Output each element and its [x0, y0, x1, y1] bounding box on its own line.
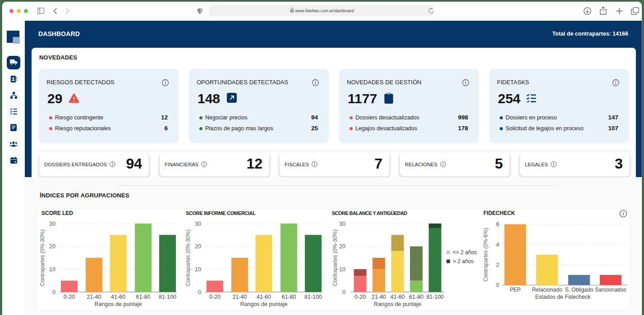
svg-text:81-100: 81-100 [159, 294, 176, 300]
svg-text:20: 20 [339, 243, 345, 250]
svg-text:> 2 años: > 2 años [453, 258, 474, 265]
svg-text:Rangos de puntaje: Rangos de puntaje [374, 301, 421, 307]
svg-text:21-40: 21-40 [233, 294, 247, 300]
svg-text:61-80: 61-80 [282, 294, 296, 300]
svg-text:41-60: 41-60 [111, 294, 125, 300]
svg-text:Contrapartes (0%-30%): Contrapartes (0%-30%) [39, 229, 46, 286]
svg-text:0-20: 0-20 [64, 294, 75, 300]
svg-text:21-40: 21-40 [87, 294, 101, 300]
svg-text:0-20: 0-20 [209, 294, 221, 300]
svg-text:30: 30 [49, 221, 55, 227]
svg-text:21-40: 21-40 [372, 294, 386, 300]
svg-text:PEP: PEP [510, 287, 520, 293]
svg-text:30: 30 [195, 221, 201, 227]
svg-text:61-80: 61-80 [136, 294, 151, 300]
svg-text:S. Obligado: S. Obligado [565, 287, 593, 293]
svg-text:10: 10 [339, 266, 345, 273]
svg-text:10: 10 [195, 266, 201, 273]
svg-text:61-80: 61-80 [409, 294, 423, 300]
svg-text:4: 4 [496, 242, 499, 248]
svg-text:Contrapartes (0%-6%): Contrapartes (0%-6%) [483, 228, 489, 281]
svg-text:Contrapartes (0%-30%): Contrapartes (0%-30%) [332, 229, 338, 286]
svg-text:0: 0 [52, 289, 55, 296]
svg-text:Rangos de puntaje: Rangos de puntaje [240, 301, 288, 307]
svg-text:SCORE BALANCE Y ANTIGÜEDAD: SCORE BALANCE Y ANTIGÜEDAD [332, 210, 407, 216]
svg-text:20: 20 [195, 243, 201, 250]
svg-text:Estados de Fidecheck: Estados de Fidecheck [535, 294, 591, 300]
svg-text:81-100: 81-100 [426, 294, 444, 300]
svg-text:10: 10 [49, 266, 55, 273]
svg-text:Rangos de puntaje: Rangos de puntaje [95, 301, 142, 307]
svg-text:81-100: 81-100 [304, 294, 322, 300]
svg-text:Sancionados: Sancionados [595, 287, 626, 293]
svg-text:30: 30 [339, 221, 345, 227]
svg-text:Contrapartes (0%-30%): Contrapartes (0%-30%) [185, 229, 191, 286]
svg-text:41-60: 41-60 [391, 294, 405, 300]
svg-text:SCORE LED: SCORE LED [41, 210, 73, 216]
svg-text:<= 2 años: <= 2 años [453, 249, 477, 256]
svg-text:FIDECHECK: FIDECHECK [483, 210, 515, 216]
svg-text:0: 0 [496, 282, 499, 288]
svg-text:0: 0 [198, 289, 201, 296]
svg-text:2: 2 [496, 262, 499, 268]
svg-text:0: 0 [342, 289, 345, 296]
svg-text:20: 20 [49, 243, 55, 250]
svg-text:SCORE INFORME COMERCIAL: SCORE INFORME COMERCIAL [186, 210, 256, 216]
svg-text:6: 6 [496, 221, 499, 228]
svg-text:41-60: 41-60 [257, 294, 271, 300]
svg-text:Relacionado: Relacionado [532, 287, 562, 293]
svg-text:0-20: 0-20 [354, 294, 366, 300]
